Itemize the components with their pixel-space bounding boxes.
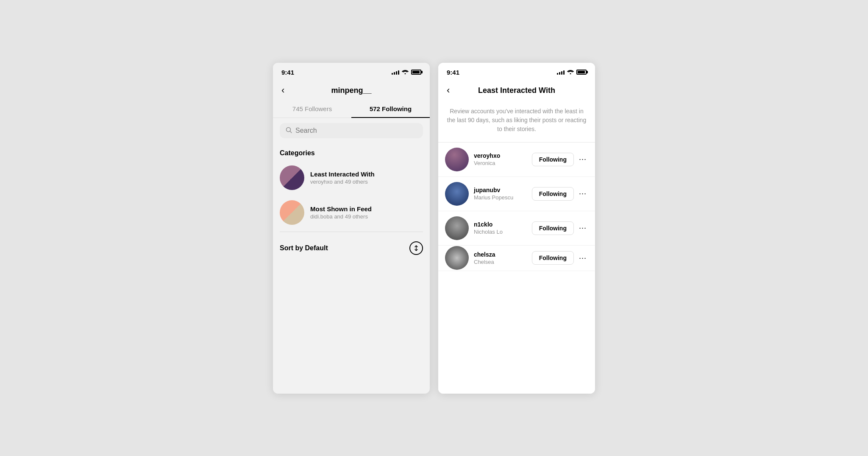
user-handle-veroyhxo: veroyhxo: [474, 152, 527, 159]
search-bar[interactable]: [280, 123, 423, 138]
status-bar-2: 9:41: [438, 63, 595, 79]
user-name-n1cklo: Nicholas Lo: [474, 229, 527, 235]
sort-icon-button[interactable]: [409, 241, 423, 255]
tab-followers[interactable]: 745 Followers: [273, 100, 351, 117]
status-time-1: 9:41: [281, 69, 294, 76]
sort-value: Default: [305, 244, 328, 252]
user-handle-n1cklo: n1cklo: [474, 221, 527, 228]
user-list: veroyhxo Veronica Following ··· jupanubv…: [438, 143, 595, 394]
battery-icon-2: [576, 70, 587, 75]
status-icons-1: [392, 69, 421, 76]
avatar-veroyhxo: [445, 148, 469, 171]
status-icons-2: [557, 69, 587, 76]
category-text-least: Least Interacted With veroyhxo and 49 ot…: [310, 171, 375, 185]
user-actions-n1cklo: Following ···: [532, 221, 588, 235]
search-container: [273, 118, 430, 143]
more-button-jupanubv[interactable]: ···: [577, 187, 588, 200]
user-item-veroyhxo: veroyhxo Veronica Following ···: [438, 143, 595, 177]
user-actions-jupanubv: Following ···: [532, 187, 588, 201]
nav-row-1: ‹ minpeng__: [281, 84, 421, 100]
tabs-container-1: 745 Followers 572 Following: [273, 100, 430, 118]
svg-line-1: [290, 131, 292, 133]
back-button-1[interactable]: ‹: [281, 85, 284, 96]
user-item-jupanubv: jupanubv Marius Popescu Following ···: [438, 177, 595, 211]
avatar-jupanubv: [445, 182, 469, 206]
screen1-header: ‹ minpeng__: [273, 79, 430, 100]
divider-1: [280, 232, 423, 232]
category-most-shown[interactable]: Most Shown in Feed didi.boba and 49 othe…: [273, 195, 430, 230]
description-text: Review accounts you've interacted with t…: [447, 107, 587, 134]
search-input[interactable]: [295, 127, 417, 134]
search-icon: [286, 127, 292, 134]
user-name-jupanubv: Marius Popescu: [474, 194, 527, 201]
user-info-n1cklo: n1cklo Nicholas Lo: [474, 221, 527, 235]
wifi-icon-1: [402, 69, 409, 76]
screen-least-interacted: 9:41 ‹ Least Interacted W: [438, 63, 595, 394]
category-text-most: Most Shown in Feed didi.boba and 49 othe…: [310, 205, 372, 220]
sort-row: Sort by Default: [273, 234, 430, 263]
following-button-veroyhxo[interactable]: Following: [532, 153, 574, 166]
category-avatar-least: [280, 165, 304, 190]
page-title-2: Least Interacted With: [478, 86, 555, 95]
category-least-interacted[interactable]: Least Interacted With veroyhxo and 49 ot…: [273, 160, 430, 195]
battery-icon-1: [411, 70, 421, 75]
back-button-2[interactable]: ‹: [447, 85, 450, 96]
more-button-n1cklo[interactable]: ···: [577, 222, 588, 234]
category-subtitle-least: veroyhxo and 49 others: [310, 179, 375, 185]
tab-following[interactable]: 572 Following: [351, 100, 430, 117]
user-info-jupanubv: jupanubv Marius Popescu: [474, 187, 527, 201]
user-actions-veroyhxo: Following ···: [532, 153, 588, 166]
more-button-chelsza[interactable]: ···: [577, 252, 588, 264]
nav-row-2: ‹ Least Interacted With: [447, 84, 587, 100]
wifi-icon-2: [567, 69, 574, 76]
user-actions-chelsza: Following ···: [532, 251, 588, 265]
category-title-least: Least Interacted With: [310, 171, 375, 178]
avatar-chelsza: [445, 246, 469, 270]
signal-icon-2: [557, 70, 565, 75]
user-handle-chelsza: chelsza: [474, 251, 527, 258]
user-info-chelsza: chelsza Chelsea: [474, 251, 527, 265]
signal-icon-1: [392, 70, 399, 75]
categories-label: Categories: [273, 143, 430, 160]
status-bar-1: 9:41: [273, 63, 430, 79]
user-handle-jupanubv: jupanubv: [474, 187, 527, 193]
following-button-jupanubv[interactable]: Following: [532, 187, 574, 201]
following-button-n1cklo[interactable]: Following: [532, 221, 574, 235]
avatar-n1cklo: [445, 216, 469, 240]
user-item-chelsza: chelsza Chelsea Following ···: [438, 246, 595, 271]
user-item-n1cklo: n1cklo Nicholas Lo Following ···: [438, 211, 595, 246]
status-time-2: 9:41: [447, 69, 459, 76]
screen-following: 9:41 ‹ minpeng__: [273, 63, 430, 394]
sort-label: Sort by Default: [280, 244, 328, 252]
category-subtitle-most: didi.boba and 49 others: [310, 213, 372, 220]
screen2-header: ‹ Least Interacted With: [438, 79, 595, 100]
user-info-veroyhxo: veroyhxo Veronica: [474, 152, 527, 166]
category-title-most: Most Shown in Feed: [310, 205, 372, 213]
following-button-chelsza[interactable]: Following: [532, 251, 574, 265]
user-name-veroyhxo: Veronica: [474, 160, 527, 166]
user-name-chelsza: Chelsea: [474, 259, 527, 265]
description-box: Review accounts you've interacted with t…: [438, 100, 595, 143]
page-title-1: minpeng__: [331, 86, 371, 95]
more-button-veroyhxo[interactable]: ···: [577, 153, 588, 165]
category-avatar-most: [280, 200, 304, 225]
